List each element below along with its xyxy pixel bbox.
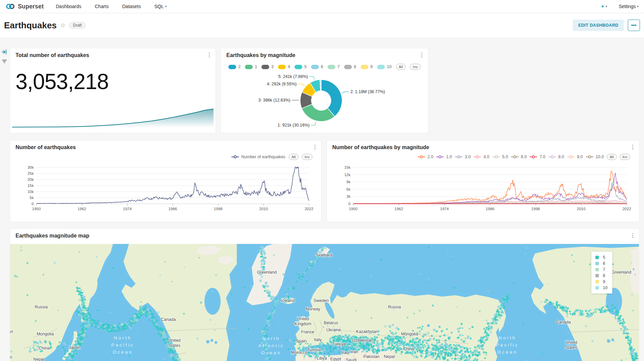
- pie-legend-item-4[interactable]: 4: [278, 64, 290, 69]
- legend-label: 7: [337, 64, 340, 69]
- legend-label: 9: [603, 279, 605, 284]
- pie-legend-item-8[interactable]: 8: [344, 64, 356, 69]
- svg-text:0: 0: [32, 202, 34, 206]
- legend-label: 10: [387, 64, 392, 69]
- legend-inv-button[interactable]: Inv: [620, 154, 630, 160]
- svg-text:1962: 1962: [78, 207, 86, 211]
- map-label-country: Greenland: [257, 270, 277, 275]
- line-legend-item-9.0[interactable]: 9.0: [567, 155, 583, 159]
- line-marker-icon: [567, 155, 575, 159]
- legend-label: 3: [271, 64, 274, 69]
- pie-legend-item-5[interactable]: 5: [295, 64, 307, 69]
- dashboard-more-button[interactable]: •••: [628, 20, 640, 31]
- line-legend-item-8.0[interactable]: 8.0: [549, 155, 564, 159]
- settings-menu[interactable]: Settings▾: [619, 4, 639, 9]
- pie-slice-label: 4: 292k (9.55%): [267, 82, 297, 86]
- map-label-country: Iraq: [341, 350, 349, 355]
- pie-legend-item-1[interactable]: 1: [245, 64, 257, 69]
- edit-dashboard-button[interactable]: EDIT DASHBOARD: [573, 20, 624, 31]
- chart-menu-kebab-icon[interactable]: [206, 52, 212, 58]
- line-marker-icon: [586, 155, 594, 159]
- line-legend-item-number-of-earthquakes[interactable]: Number of earthquakes: [231, 155, 285, 159]
- svg-text:25k: 25k: [27, 171, 34, 175]
- legend-label: 3.0: [465, 155, 471, 159]
- pie-legend-item-9[interactable]: 9: [361, 64, 373, 69]
- legend-all-button[interactable]: All: [289, 154, 299, 160]
- legend-all-button[interactable]: All: [607, 154, 617, 160]
- chart-menu-kebab-icon[interactable]: [629, 232, 636, 239]
- map-label-country: Mongolia: [37, 332, 54, 336]
- legend-label: 1.0: [446, 155, 452, 159]
- chart-menu-kebab-icon[interactable]: [312, 144, 318, 150]
- pie-legend-item-7[interactable]: 7: [328, 64, 340, 69]
- map-label-country: Türkiye: [332, 342, 346, 346]
- line-chart[interactable]: 03k6k9k12k15k195019621974198619982010202…: [327, 163, 638, 221]
- legend-all-button[interactable]: All: [396, 64, 406, 70]
- svg-text:10k: 10k: [27, 190, 34, 194]
- legend-swatch: [261, 65, 269, 69]
- nav-item-charts[interactable]: Charts: [95, 4, 109, 9]
- superset-logo-icon: [5, 3, 16, 10]
- nav-item-datasets[interactable]: Datasets: [122, 4, 141, 9]
- dashboard-header: Earthquakes ☆ Draft EDIT DASHBOARD •••: [0, 13, 644, 38]
- pie-legend: 21345678910AllInv: [221, 64, 428, 70]
- map-label-country: Nepal: [384, 354, 395, 359]
- legend-label: 8: [354, 64, 356, 69]
- line-legend-item-4.0[interactable]: 4.0: [474, 155, 489, 159]
- top-navbar: Superset DashboardsChartsDatasetsSQL▾ +▾…: [0, 0, 644, 13]
- map-legend-item-6: 6: [595, 261, 608, 266]
- svg-text:1950: 1950: [32, 207, 41, 211]
- line-legend-item-2.0[interactable]: 2.0: [418, 155, 433, 159]
- pie-legend-item-3[interactable]: 3: [261, 64, 274, 69]
- filter-icon[interactable]: [2, 59, 8, 65]
- series-line-Number-of-earthquakes: [36, 167, 309, 203]
- legend-swatch: [278, 65, 286, 69]
- nav-item-sql[interactable]: SQL▾: [154, 4, 167, 9]
- map-label-ocean: NorthPacificOcean: [111, 335, 134, 355]
- svg-text:6k: 6k: [346, 187, 351, 191]
- map-label-country: Iran: [351, 350, 358, 354]
- line-legend-item-5.0[interactable]: 5.0: [493, 155, 508, 159]
- card-number-of-earthquakes: Number of earthquakes Number of earthqua…: [10, 140, 321, 222]
- line-legend-item-6.0[interactable]: 6.0: [511, 155, 527, 159]
- legend-label: 4: [288, 64, 290, 69]
- chart-menu-kebab-icon[interactable]: [419, 52, 425, 58]
- line-chart[interactable]: 05k10k15k20k25k30k1950196219741986199820…: [10, 163, 320, 221]
- line-legend-item-3.0[interactable]: 3.0: [455, 155, 471, 159]
- map-label-country: Kazakhstan: [356, 329, 378, 334]
- pie-legend-item-6[interactable]: 6: [311, 64, 323, 69]
- legend-inv-button[interactable]: Inv: [410, 64, 420, 70]
- chart-title: Number of earthquakes by magnitude: [332, 144, 429, 150]
- expand-filter-bar-icon[interactable]: [2, 49, 8, 55]
- map-label-country: Sweden: [313, 298, 329, 303]
- line-marker-icon: [511, 155, 519, 159]
- chart-menu-kebab-icon[interactable]: [629, 144, 636, 150]
- svg-text:15k: 15k: [27, 184, 34, 188]
- map-legend-item-8: 8: [595, 273, 608, 278]
- series-line-2.0: [353, 171, 627, 204]
- chart-title: Earthquakes by magnitude: [226, 52, 296, 58]
- svg-text:9k: 9k: [346, 180, 351, 184]
- superset-logo[interactable]: Superset: [0, 3, 47, 10]
- line-legend-item-10.0[interactable]: 10.0: [586, 155, 604, 159]
- world-map[interactable]: RussiaMongoliaChinaJapanKazakhstanTajiki…: [10, 244, 639, 361]
- line-legend-item-7.0[interactable]: 7.0: [530, 155, 545, 159]
- nav-item-dashboards[interactable]: Dashboards: [56, 4, 82, 9]
- pie-legend-item-2[interactable]: 2: [228, 64, 241, 69]
- pie-legend-item-10[interactable]: 10: [377, 64, 392, 69]
- legend-swatch: [295, 65, 302, 69]
- line-legend-item-1.0[interactable]: 1.0: [436, 155, 452, 159]
- donut-chart[interactable]: 2: 1.18M (38.77%)1: 921k (30.16%)3: 386k…: [221, 72, 427, 133]
- legend-swatch: [595, 256, 599, 259]
- map-label-country: Iceland: [281, 298, 295, 303]
- line-legend: 2.01.03.04.05.06.07.08.09.010.0AllInv: [418, 154, 630, 160]
- svg-text:30k: 30k: [27, 165, 34, 169]
- chevron-down-icon: ▾: [165, 5, 167, 8]
- svg-text:1986: 1986: [168, 207, 177, 211]
- line-marker-icon: [436, 155, 444, 159]
- line-marker-icon: [474, 155, 481, 159]
- legend-inv-button[interactable]: Inv: [302, 154, 312, 160]
- new-item-button[interactable]: +▾: [601, 3, 607, 10]
- legend-label: 7.0: [539, 155, 545, 159]
- favorite-star-icon[interactable]: ☆: [60, 22, 65, 29]
